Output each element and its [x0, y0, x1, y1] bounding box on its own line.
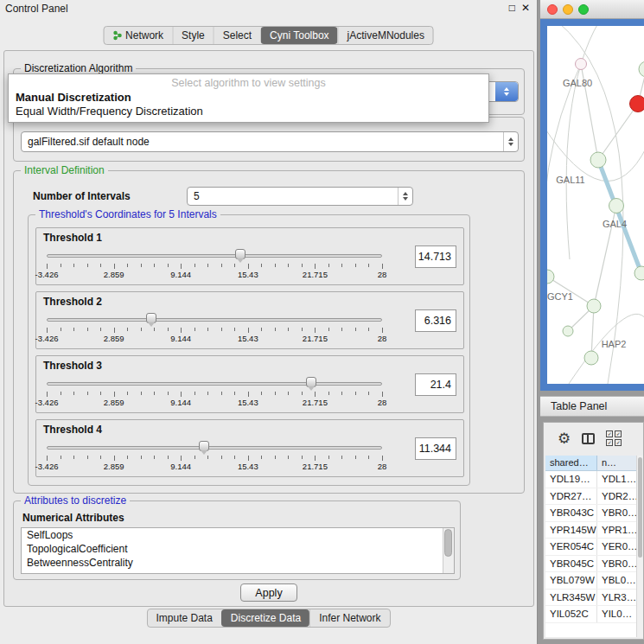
- ruler-tick: [302, 392, 303, 395]
- tab-jactivemnodules[interactable]: jActiveMNodules: [338, 27, 433, 44]
- table-row[interactable]: YDR27…YDR2…: [545, 488, 641, 506]
- bottom-tab-impute-data[interactable]: Impute Data: [147, 609, 220, 627]
- bottom-tab-infer-network-label: Infer Network: [319, 612, 380, 624]
- bottom-tab-discretize-data-label: Discretize Data: [231, 612, 301, 624]
- ruler-tick: [261, 328, 262, 331]
- threshold-slider-4[interactable]: [47, 446, 382, 450]
- bottom-tab-discretize-data[interactable]: Discretize Data: [221, 609, 309, 627]
- table-row[interactable]: YIL052CYIL0…: [545, 606, 641, 623]
- table-cell: YDR27…: [545, 488, 597, 505]
- network-graph[interactable]: GAL80GAL11GAL4GCY1HAP2: [547, 26, 644, 384]
- mac-close-icon[interactable]: [547, 4, 558, 15]
- tab-network[interactable]: Network: [104, 27, 172, 44]
- gear-icon[interactable]: ⚙: [558, 431, 571, 446]
- network-canvas[interactable]: GAL80GAL11GAL4GCY1HAP2: [547, 26, 644, 384]
- table-row[interactable]: YPR145WYPR1…: [545, 522, 641, 539]
- slider-thumb[interactable]: [235, 249, 245, 259]
- threshold-value-2[interactable]: 6.316: [415, 309, 456, 332]
- network-node[interactable]: [630, 96, 644, 112]
- table-row[interactable]: YBR045CYBR0…: [545, 556, 641, 573]
- ruler-tick: [61, 392, 61, 395]
- ruler-tick: [141, 264, 142, 267]
- threshold-slider-3[interactable]: [47, 382, 382, 386]
- combobox-stepper-icon[interactable]: [398, 188, 412, 205]
- ruler-tick: [221, 328, 222, 331]
- ruler-tick: [288, 456, 289, 459]
- ruler-tick: [261, 264, 262, 267]
- window-controls: □✕: [509, 2, 530, 14]
- ruler-label: 9.144: [170, 334, 191, 343]
- attribute-item-selfloops[interactable]: SelfLoops: [22, 528, 454, 542]
- mac-minimize-icon[interactable]: [563, 4, 573, 15]
- slider-ruler: -3.4262.8599.14415.4321.71528: [47, 264, 382, 279]
- checkbox-grid-icon[interactable]: ✓✓✓✓: [606, 430, 622, 446]
- network-edge-arc[interactable]: [547, 64, 581, 277]
- threshold-slider-2[interactable]: [47, 318, 382, 322]
- network-node[interactable]: [639, 61, 644, 77]
- table-row[interactable]: YDL19…YDL1…: [545, 471, 641, 488]
- slider-thumb[interactable]: [199, 441, 209, 451]
- columns-icon[interactable]: [582, 433, 595, 444]
- float-icon[interactable]: □: [509, 2, 515, 14]
- checkbox-cell: ✓: [615, 430, 622, 437]
- ruler-tick: [61, 264, 61, 267]
- attribute-item-betweennesscentrality[interactable]: BetweennessCentrality: [22, 556, 454, 570]
- network-node[interactable]: [563, 326, 573, 336]
- numerical-attributes-list[interactable]: SelfLoopsTopologicalCoefficientBetweenne…: [21, 527, 455, 574]
- network-window-titlebar[interactable]: [540, 0, 644, 19]
- attributes-scrollbar[interactable]: [443, 528, 454, 573]
- combobox-stepper-icon[interactable]: [495, 82, 518, 101]
- tab-select[interactable]: Select: [214, 27, 260, 44]
- scrollbar-thumb[interactable]: [638, 457, 642, 558]
- network-node-hap2[interactable]: [584, 351, 598, 365]
- attribute-item-topologicalcoefficient[interactable]: TopologicalCoefficient: [22, 542, 454, 556]
- mac-zoom-icon[interactable]: [578, 4, 589, 15]
- slider-thumb[interactable]: [146, 313, 156, 323]
- menu-option-equal-width-frequency-discretization[interactable]: Equal Width/Frequency Discretization: [9, 105, 488, 118]
- network-node-gal11[interactable]: [590, 152, 606, 168]
- ruler-tick: [234, 264, 235, 267]
- ruler-tick: [275, 392, 276, 395]
- table-row[interactable]: YER054CYER0…: [545, 539, 641, 556]
- threshold-slider-1[interactable]: [47, 254, 382, 258]
- close-icon[interactable]: ✕: [521, 2, 530, 14]
- ruler-tick: [154, 264, 155, 267]
- network-node-gal80[interactable]: [576, 59, 587, 70]
- network-node[interactable]: [634, 266, 644, 280]
- ruler-tick: [141, 456, 142, 459]
- threshold-value-4[interactable]: 11.344: [415, 437, 456, 460]
- combobox-stepper-icon[interactable]: [503, 132, 518, 151]
- apply-button[interactable]: Apply: [240, 583, 297, 602]
- ruler-tick: [261, 456, 262, 459]
- node-label-gal80: GAL80: [563, 78, 592, 88]
- threshold-value-3[interactable]: 21.4: [415, 373, 456, 396]
- column-header-0[interactable]: shared…: [545, 456, 597, 470]
- network-node-gal4[interactable]: [609, 199, 624, 214]
- table-cell: YIL0…: [597, 606, 641, 622]
- network-node[interactable]: [587, 299, 601, 313]
- table-row[interactable]: YBL079WYBL0…: [545, 572, 641, 590]
- ruler-tick: [275, 264, 276, 267]
- table-row[interactable]: YLR345WYLR3…: [545, 590, 641, 607]
- network-node-gcy1[interactable]: [547, 270, 554, 284]
- tab-cyni-toolbox[interactable]: Cyni Toolbox: [260, 27, 337, 44]
- table-cell: YER0…: [597, 539, 641, 555]
- ruler-label: 28: [378, 462, 387, 471]
- table-scrollbar[interactable]: [636, 456, 643, 637]
- table-data-combobox[interactable]: galFiltered.sif default node: [21, 131, 519, 152]
- number-of-intervals-combobox[interactable]: 5: [187, 187, 413, 206]
- menu-option-manual-discretization[interactable]: Manual Discretization: [9, 91, 488, 105]
- table-row[interactable]: YBR043CYBR0…: [545, 505, 641, 522]
- column-header-1[interactable]: n…: [597, 456, 641, 470]
- ruler-tick: [207, 392, 208, 395]
- threshold-value-1[interactable]: 14.713: [415, 245, 456, 268]
- scrollbar-thumb[interactable]: [444, 529, 452, 557]
- ruler-tick: [127, 392, 128, 395]
- ruler-tick: [100, 328, 101, 331]
- slider-thumb[interactable]: [306, 377, 316, 387]
- tab-style[interactable]: Style: [172, 27, 214, 44]
- network-edge[interactable]: [598, 104, 638, 160]
- table-panel-header[interactable]: Table Panel: [540, 396, 644, 417]
- number-of-intervals-value: 5: [188, 188, 398, 205]
- bottom-tab-infer-network[interactable]: Infer Network: [309, 609, 389, 627]
